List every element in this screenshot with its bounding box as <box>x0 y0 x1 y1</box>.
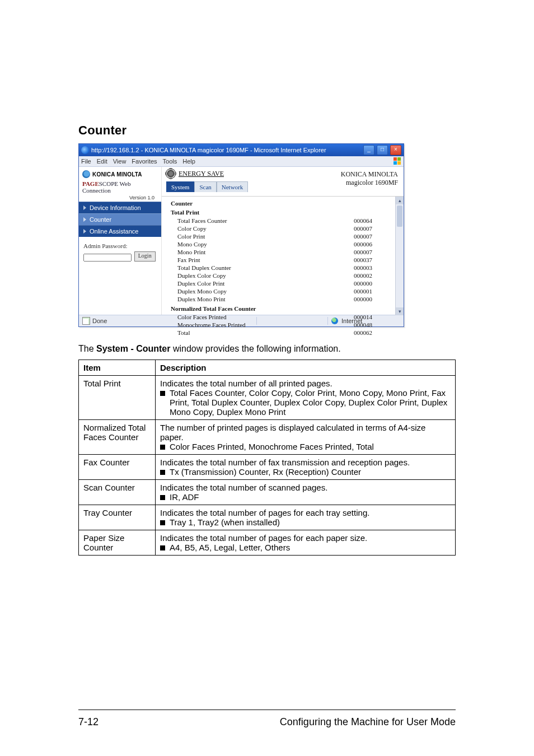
desc-text: Indicates the total number of fax transm… <box>160 458 451 467</box>
table-row: Paper Size Counter Indicates the total n… <box>79 530 456 556</box>
caption-text-a: The <box>78 344 96 353</box>
counter-row: Color Print000007 <box>171 232 392 240</box>
bullet-text: Tray 1, Tray2 (when installed) <box>170 517 280 527</box>
login-button[interactable]: Login <box>134 251 156 262</box>
scroll-down-icon[interactable]: ▾ <box>396 307 404 315</box>
total-print-subheading: Total Print <box>171 209 392 216</box>
ie-browser-window: http://192.168.1.2 - KONICA MINOLTA magi… <box>78 143 404 327</box>
counter-row: Monochrome Faces Printed000048 <box>171 321 392 329</box>
sidebar-item-device-info[interactable]: Device Information <box>79 202 161 213</box>
normalized-subheading: Normalized Total Faces Counter <box>171 305 392 312</box>
bullet-text: Tx (Transmission) Counter, Rx (Reception… <box>170 467 361 477</box>
device-brand: KONICA MINOLTA <box>308 170 398 179</box>
counter-row: Mono Print000007 <box>171 248 392 256</box>
bullet-icon <box>160 470 165 475</box>
counter-value: 000064 <box>323 217 392 224</box>
table-item: Total Print <box>79 376 156 420</box>
menu-view[interactable]: View <box>113 158 127 165</box>
counter-value: 000048 <box>323 321 392 328</box>
sidebar-item-label: Device Information <box>90 204 141 211</box>
window-title: http://192.168.1.2 - KONICA MINOLTA magi… <box>91 147 361 153</box>
admin-password-label: Admin Password: <box>83 242 157 249</box>
counter-label: Total Faces Counter <box>171 217 323 224</box>
desc-text: The number of printed pages is displayed… <box>160 423 451 442</box>
counter-row: Color Faces Printed000014 <box>171 313 392 321</box>
status-done-label: Done <box>92 318 107 324</box>
description-table: Item Description Total Print Indicates t… <box>78 360 456 556</box>
device-model: magicolor 1690MF <box>308 179 398 187</box>
counter-value: 000003 <box>323 264 392 271</box>
counter-value: 000007 <box>323 249 392 255</box>
tab-scan[interactable]: Scan <box>194 181 216 192</box>
counter-row: Mono Copy000006 <box>171 240 392 248</box>
counter-value: 000001 <box>323 288 392 295</box>
bullet-text: IR, ADF <box>170 492 199 502</box>
chevron-right-icon <box>83 229 86 234</box>
counter-row: Duplex Color Print000000 <box>171 279 392 287</box>
scroll-thumb[interactable] <box>397 206 402 227</box>
counter-value: 000000 <box>323 280 392 287</box>
sidebar-item-counter[interactable]: Counter <box>79 213 161 225</box>
counter-value: 000014 <box>323 314 392 320</box>
counter-label: Duplex Color Copy <box>171 272 323 279</box>
counter-heading: Counter <box>171 200 392 207</box>
bullet-icon <box>160 391 165 396</box>
close-button[interactable]: × <box>390 145 401 155</box>
menubar: File Edit View Favorites Tools Help <box>79 156 404 167</box>
energy-save-link[interactable]: ENERGY SAVE <box>179 170 224 178</box>
admin-password-input[interactable] <box>83 254 132 262</box>
counter-label: Duplex Color Print <box>171 280 323 287</box>
counter-row: Total Faces Counter000064 <box>171 217 392 225</box>
bullet-icon <box>160 520 165 525</box>
counter-value: 000000 <box>323 296 392 302</box>
table-row: Normalized Total Faces Counter The numbe… <box>79 420 456 455</box>
sidebar-item-label: Counter <box>90 216 111 223</box>
table-header-description: Description <box>156 360 456 376</box>
footer-rule <box>78 710 456 710</box>
brand-text: KONICA MINOLTA <box>92 171 142 178</box>
table-item: Tray Counter <box>79 505 156 530</box>
counter-label: Color Print <box>171 233 323 240</box>
counter-value: 000037 <box>323 256 392 263</box>
counter-label: Duplex Mono Copy <box>171 288 323 295</box>
counter-label: Total <box>171 329 323 336</box>
counter-value: 000007 <box>323 225 392 232</box>
counter-value: 000062 <box>323 329 392 336</box>
konica-logo-icon <box>82 170 90 178</box>
chevron-right-icon <box>83 206 86 210</box>
pagescope-red: PAGE <box>82 180 99 187</box>
sidebar-item-label: Online Assistance <box>90 228 138 235</box>
table-row: Fax Counter Indicates the total number o… <box>79 455 456 480</box>
menu-edit[interactable]: Edit <box>97 158 107 165</box>
tab-system[interactable]: System <box>166 181 194 192</box>
vertical-scrollbar[interactable]: ▴ ▾ <box>395 197 404 315</box>
counter-label: Monochrome Faces Printed <box>171 321 323 328</box>
table-item: Normalized Total Faces Counter <box>79 420 156 455</box>
minimize-button[interactable]: _ <box>363 145 374 155</box>
status-left: Done <box>82 317 138 325</box>
tab-network[interactable]: Network <box>217 181 249 192</box>
page-number: 7-12 <box>78 716 134 728</box>
scroll-up-icon[interactable]: ▴ <box>396 197 404 204</box>
maximize-button[interactable]: □ <box>377 145 388 155</box>
caption-bold: System - Counter <box>96 344 170 353</box>
counter-row: Duplex Mono Print000000 <box>171 295 392 303</box>
page-done-icon <box>82 317 90 325</box>
menu-file[interactable]: File <box>81 158 91 165</box>
menu-favorites[interactable]: Favorites <box>132 158 157 165</box>
table-desc: Indicates the total number of all printe… <box>156 376 456 420</box>
table-desc: Indicates the total number of fax transm… <box>156 455 456 480</box>
menu-tools[interactable]: Tools <box>163 158 177 165</box>
table-desc: The number of printed pages is displayed… <box>156 420 456 455</box>
menu-help[interactable]: Help <box>182 158 195 165</box>
pagescope-rest: SCOPE <box>99 180 118 187</box>
counter-label: Mono Print <box>171 249 323 255</box>
bullet-text: Color Faces Printed, Monochrome Faces Pr… <box>170 442 374 451</box>
desc-text: Indicates the total number of all printe… <box>160 379 451 388</box>
titlebar: http://192.168.1.2 - KONICA MINOLTA magi… <box>79 144 404 156</box>
counter-row: Color Copy000007 <box>171 225 392 232</box>
sidebar-item-online-assist[interactable]: Online Assistance <box>79 225 161 237</box>
table-row: Tray Counter Indicates the total number … <box>79 505 456 530</box>
pagescope-label: PAGESCOPE Web Connection <box>82 180 158 194</box>
bullet-text: Total Faces Counter, Color Copy, Color P… <box>170 388 451 417</box>
